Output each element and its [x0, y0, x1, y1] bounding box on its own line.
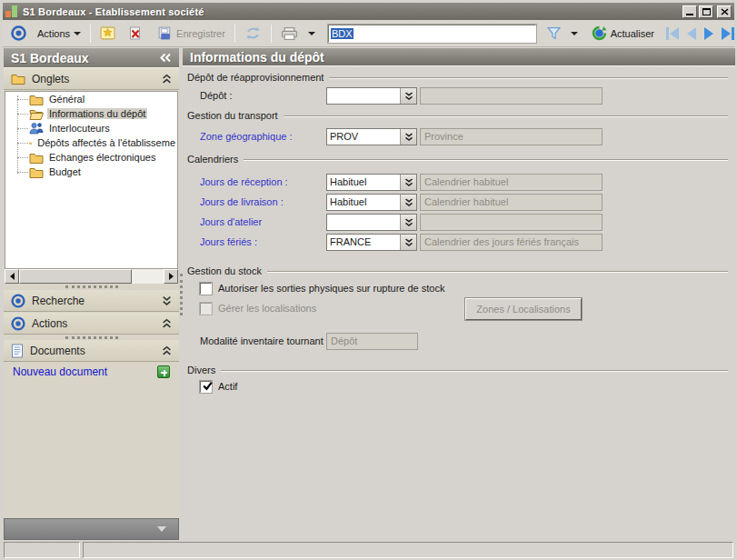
depot-label: Dépôt :	[200, 87, 324, 105]
field-row-feries: Jours fériés : FRANCE Calendrier des jou…	[183, 234, 735, 251]
rupture-checkbox[interactable]	[200, 283, 212, 295]
new-record-button[interactable]	[96, 24, 119, 43]
reception-combobox[interactable]: Habituel	[326, 174, 417, 191]
livraison-description-field: Calendrier habituel	[420, 194, 603, 211]
maximize-icon	[702, 8, 711, 15]
atelier-combobox[interactable]	[326, 214, 417, 231]
depot-description-field	[420, 87, 603, 105]
app-icon	[5, 5, 18, 17]
rupture-checkbox-label: Autoriser les sorties physiques sur rupt…	[218, 282, 444, 295]
combo-dropdown-button[interactable]	[400, 195, 416, 210]
print-button[interactable]	[277, 25, 302, 43]
tree-item-budget[interactable]: Budget	[5, 165, 177, 179]
field-row-depot: Dépôt :	[183, 87, 735, 105]
splitter-grip[interactable]	[65, 336, 118, 339]
app-window: S1 Bordeaux - Etablissement société Acti…	[0, 0, 737, 560]
filter-options-button[interactable]	[567, 30, 582, 37]
livraison-combobox[interactable]: Habituel	[326, 194, 417, 211]
double-chevron-down-icon	[404, 217, 413, 227]
folder-icon	[11, 73, 25, 85]
chevron-down-icon	[308, 32, 315, 35]
documents-section-header[interactable]: Documents	[4, 340, 179, 362]
feries-description-field: Calendrier des jours fériés français	[420, 234, 603, 251]
atelier-description-field	[420, 214, 603, 231]
save-button[interactable]: Enregistrer	[154, 24, 229, 43]
onglets-section-header[interactable]: Onglets	[4, 68, 179, 90]
nav-last-button[interactable]	[722, 27, 734, 40]
scroll-left-button[interactable]	[5, 269, 19, 284]
folder-icon	[29, 152, 44, 164]
combo-dropdown-button[interactable]	[400, 175, 416, 190]
tree-item-interlocuteurs[interactable]: Interlocuteurs	[5, 121, 177, 135]
toolbar-separator	[271, 25, 272, 43]
reception-description-field: Calendrier habituel	[420, 174, 603, 191]
add-document-button[interactable]	[157, 365, 170, 378]
pane-selector-bar[interactable]	[4, 518, 179, 540]
combo-dropdown-button[interactable]	[400, 129, 416, 145]
sync-button[interactable]	[241, 24, 265, 43]
actualiser-icon	[592, 25, 607, 41]
actif-checkbox-label: Actif	[218, 380, 237, 394]
new-document-row: Nouveau document	[4, 364, 179, 380]
maximize-button[interactable]	[699, 5, 713, 18]
actions-section-header[interactable]: Actions	[4, 313, 179, 335]
close-button[interactable]	[717, 5, 732, 18]
double-chevron-down-icon	[404, 237, 413, 247]
actions-menu-button[interactable]: Actions	[34, 26, 85, 41]
actif-checkbox[interactable]	[200, 381, 212, 393]
group-calendriers: Calendriers	[187, 154, 728, 165]
localisations-checkbox	[200, 303, 212, 315]
page-title: Informations du dépôt	[190, 50, 324, 65]
splitter-grip[interactable]	[65, 285, 118, 288]
record-code-input[interactable]: BDX	[328, 25, 536, 43]
status-panel-main	[83, 542, 733, 558]
nav-next-button[interactable]	[704, 27, 713, 40]
scrollbar-thumb[interactable]	[19, 269, 132, 284]
group-divers: Divers	[187, 365, 728, 375]
print-options-button[interactable]	[304, 30, 319, 37]
window-title: S1 Bordeaux - Etablissement société	[23, 6, 204, 17]
refresh-button[interactable]: Actualiser	[588, 24, 658, 43]
save-icon	[157, 25, 173, 41]
recherche-section-header[interactable]: Recherche	[4, 290, 179, 312]
tree-item-echanges-electroniques[interactable]: Echanges électroniques	[5, 150, 177, 165]
tree-item-general[interactable]: Général	[5, 92, 177, 106]
atelier-label[interactable]: Jours d'atelier	[200, 214, 324, 231]
new-document-link[interactable]: Nouveau document	[13, 365, 157, 378]
combo-dropdown-button[interactable]	[400, 215, 416, 230]
folder-icon	[29, 137, 32, 149]
double-chevron-up-icon	[162, 318, 172, 328]
horizontal-scrollbar[interactable]	[5, 269, 178, 284]
minimize-button[interactable]	[682, 5, 697, 18]
close-icon	[721, 8, 729, 15]
field-row-livraison: Jours de livraison : Habituel Calendrier…	[183, 194, 735, 211]
combo-dropdown-button[interactable]	[400, 235, 416, 250]
status-panel-left	[4, 542, 80, 558]
page-header: Informations du dépôt	[183, 48, 735, 66]
sidebar-title: S1 Bordeaux	[11, 51, 159, 65]
filter-button[interactable]	[543, 25, 565, 42]
feries-label[interactable]: Jours fériés :	[200, 234, 324, 251]
collapse-sidebar-button[interactable]	[159, 53, 172, 63]
nav-first-button[interactable]	[666, 27, 679, 40]
reception-label[interactable]: Jours de réception :	[200, 174, 324, 191]
depot-combobox[interactable]	[326, 87, 417, 105]
tree-item-depots-affectes[interactable]: Dépôts affectés à l'établisseme	[5, 135, 177, 150]
nav-previous-button[interactable]	[687, 27, 696, 40]
selected-text: BDX	[331, 28, 354, 39]
field-row-reception: Jours de réception : Habituel Calendrier…	[183, 174, 735, 191]
tree-item-informations-du-depot[interactable]: Informations du dépôt	[5, 106, 177, 121]
folder-icon	[29, 94, 44, 105]
double-chevron-down-icon	[404, 91, 413, 101]
zone-combobox[interactable]: PROV	[326, 128, 417, 145]
zone-label[interactable]: Zone géographique :	[200, 128, 324, 145]
scroll-right-button[interactable]	[164, 269, 178, 284]
double-chevron-down-icon	[404, 132, 413, 142]
delete-record-button[interactable]	[124, 24, 146, 43]
feries-combobox[interactable]: FRANCE	[326, 234, 417, 251]
livraison-label[interactable]: Jours de livraison :	[200, 194, 324, 211]
modalite-label: Modalité inventaire tournant :	[200, 335, 329, 348]
combo-dropdown-button[interactable]	[400, 88, 416, 104]
triangle-left-icon	[10, 273, 15, 280]
group-stock: Gestion du stock	[187, 265, 728, 276]
